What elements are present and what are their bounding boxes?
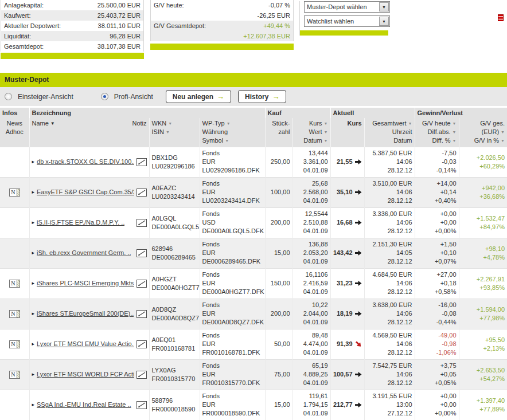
radio-einsteiger-ansicht[interactable] [5,93,12,100]
sort-gv-heute[interactable]: G/V heute▼ [418,119,457,128]
gv-gesamt-pct: +49,44 % [263,22,290,29]
news-icon[interactable]: N [9,310,20,318]
news-icon[interactable]: N [9,189,20,197]
sort-icon: ▼ [453,121,457,125]
summary-label: Kaufwert: [4,12,30,19]
table-row: N ▸ Lyxor ETF MSCI EMU Value Actio.. A0E… [0,329,507,359]
history-button[interactable]: History → [238,90,286,103]
sort-wkn[interactable]: WKN▼ [152,119,197,128]
depot-select[interactable]: Muster-Depot wählen ▼ [304,1,390,13]
watchlist-select[interactable]: Watchlist wählen ▼ [304,15,390,27]
current-price: 21,55 [337,158,353,166]
sort-icon: ▼ [324,121,328,125]
summary-label: Aktueller Depotwert: [4,22,61,29]
sort-icon: ▼ [168,121,172,125]
position-name-link[interactable]: Lyxor ETF MSCI WORLD FCP Actio.. [37,370,134,379]
sort-diffabs[interactable]: Diff.abs.▼ [418,128,457,136]
summary-value: 25.403,72 EUR [98,12,141,19]
expand-caret-icon[interactable]: ▸ [32,188,35,197]
position-name-link[interactable]: iSh. eb.rexx Government Germ. .. [37,249,131,257]
notiz-icon[interactable] [134,401,147,409]
summary-row: Kaufwert:25.403,72 EUR [1,10,143,21]
trend-icon [355,372,362,377]
expand-caret-icon[interactable]: ▸ [32,218,35,227]
trend-icon [355,159,362,164]
col-header-gv-ges: G/V ges. (EUR)▼ G/V in %▼ [459,118,507,147]
summary-value: 96,28 EUR [110,33,141,40]
trend-icon [355,190,362,195]
expand-caret-icon[interactable]: ▸ [32,370,35,379]
position-name-link[interactable]: iShares ST.EuropeSmall 200(DE).. [37,309,134,318]
trend-icon [355,402,362,407]
arrow-right-icon: → [217,92,224,101]
table-row: N ▸ iS.II-iS.FTSE EP./Na.D.M.P.Y. .. A0L… [0,207,507,238]
notiz-icon[interactable] [134,280,147,288]
position-name-link[interactable]: Lyxor ETF MSCI EMU Value Actio.. [37,340,134,348]
current-price: 18,19 [337,309,353,318]
notiz-icon[interactable] [134,219,147,227]
sort-diffpct[interactable]: Diff. %▼ [418,136,457,145]
sort-kauf-datum[interactable]: Datum▼ [295,136,328,145]
group-header-gewinn-verlust: Gewinn/Verlust [415,108,507,118]
position-name-link[interactable]: iS.II-iS.FTSE EP./Na.D.M.P.Y. .. [37,218,124,227]
page-title: Muster-Depot [0,73,507,87]
notiz-icon[interactable] [134,310,147,318]
trend-icon [355,311,362,316]
expand-caret-icon[interactable]: ▸ [32,309,35,318]
summary-row: Gesamtdepot:38.107,38 EUR [1,41,143,52]
position-name-link[interactable]: SSgA Ind.-EMU Ind.Real Estate .. [37,401,131,409]
sort-kauf-kurs[interactable]: Kurs▼ [295,119,328,128]
sort-gesamtwert[interactable]: Gesamtwert▼ [367,119,412,128]
news-icon[interactable]: N [9,280,20,288]
notiz-icon[interactable] [134,371,147,379]
news-icon[interactable]: N [9,371,20,379]
portfolio-summary-panel: Anlagekapital:25.500,00 EURKaufwert:25.4… [1,0,144,59]
gv-heute-pct: -0,07 % [268,2,290,9]
expand-caret-icon[interactable]: ▸ [32,279,35,288]
current-price: 16,68 [337,218,353,227]
group-header-kauf: Kauf [265,108,330,118]
depot-select-value: Muster-Depot wählen [305,3,379,10]
sort-icon: ▼ [324,130,328,134]
radio-profi-ansicht[interactable] [101,93,108,100]
summary-value: 38.107,38 EUR [98,43,141,50]
dropdown-button[interactable]: ▼ [379,17,389,26]
notiz-icon[interactable] [134,249,147,257]
radio-profi-label[interactable]: Profi-Ansicht [114,93,153,101]
neu-anlegen-button[interactable]: Neu anlegen → [166,90,231,103]
red-document-icon[interactable] [498,14,504,21]
expand-caret-icon[interactable]: ▸ [32,401,35,409]
expand-caret-icon[interactable]: ▸ [32,249,35,257]
sort-icon: ▼ [501,130,505,134]
sort-icon: ▼ [453,139,457,143]
trend-icon [355,220,362,225]
sort-icon: ▼ [324,139,328,143]
notiz-icon[interactable] [134,158,147,166]
notiz-header: Notiz [132,119,146,128]
sort-isin[interactable]: ISIN▼ [152,128,197,136]
table-row: N ▸ db x-track.STOXX GL SE.DIV.100.. DBX… [0,147,507,177]
expand-caret-icon[interactable]: ▸ [32,158,35,166]
position-name-link[interactable]: iShares PLC-MSCI Emerging Mkts.. [37,279,134,288]
expand-caret-icon[interactable]: ▸ [32,340,35,348]
positions-table: Infos Bezeichnung Kauf Aktuell Gewinn/Ve… [0,108,507,420]
notiz-icon[interactable] [134,189,147,197]
sort-icon: ▼ [408,121,412,125]
sort-icon: ▼ [225,139,229,143]
sort-wptyp[interactable]: WP-Typ▼ [202,119,263,128]
position-name-link[interactable]: db x-track.STOXX GL SE.DIV.100.. [37,158,134,166]
current-price: 91,39 [337,340,353,348]
position-name-link[interactable]: EasyETF S&P GSCI Cap.Com.35/20.. [37,188,134,197]
sort-gv-eur[interactable]: (EUR)▼ [462,128,505,136]
radio-einsteiger-label[interactable]: Einsteiger-Ansicht [18,93,73,101]
sort-gv-pct[interactable]: G/V in %▼ [462,136,505,145]
notiz-icon[interactable] [134,340,147,348]
sort-symbol[interactable]: Symbol▼ [202,136,263,145]
sort-kauf-wert[interactable]: Wert▼ [295,128,328,136]
view-controls: Einsteiger-Ansicht Profi-Ansicht Neu anl… [0,87,507,106]
current-price: 212,77 [333,401,353,409]
sort-name[interactable]: Name▼ [32,119,55,128]
table-row: N ▸ iShares ST.EuropeSmall 200(DE).. A0D… [0,299,507,329]
news-icon[interactable]: N [9,340,20,348]
dropdown-button[interactable]: ▼ [379,2,389,11]
